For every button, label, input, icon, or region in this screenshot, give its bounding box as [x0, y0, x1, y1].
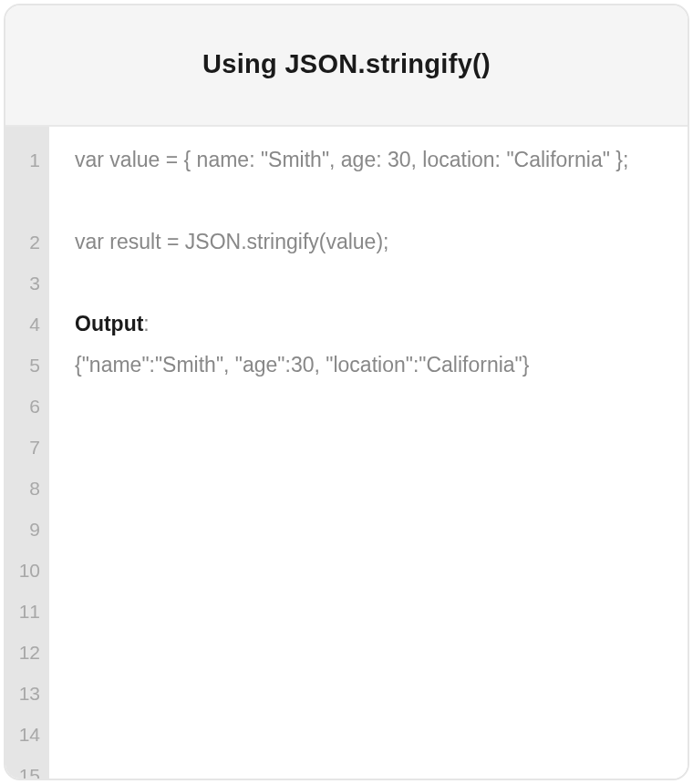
code-line: {"name":"Smith", "age":30, "location":"C… [75, 345, 662, 386]
line-number: 7 [5, 427, 49, 468]
line-number: 8 [5, 468, 49, 509]
line-number: 12 [5, 632, 49, 673]
code-line: var result = JSON.stringify(value); [75, 222, 662, 263]
card-header: Using JSON.stringify() [5, 5, 688, 127]
line-number: 10 [5, 550, 49, 591]
card-body: 1 2 3 4 5 6 7 8 9 10 11 12 13 14 15 var … [5, 127, 688, 779]
code-line [75, 263, 662, 304]
code-area: var value = { name: "Smith", age: 30, lo… [49, 127, 688, 779]
line-number: 14 [5, 714, 49, 755]
line-number: 4 [5, 304, 49, 345]
line-number: 1 [5, 139, 49, 222]
line-number: 9 [5, 509, 49, 550]
line-number-gutter: 1 2 3 4 5 6 7 8 9 10 11 12 13 14 15 [5, 127, 49, 779]
line-number: 11 [5, 591, 49, 632]
code-card: Using JSON.stringify() 1 2 3 4 5 6 7 8 9… [4, 4, 689, 780]
line-number: 5 [5, 345, 49, 386]
line-number: 15 [5, 755, 49, 779]
code-line: var value = { name: "Smith", age: 30, lo… [75, 139, 662, 222]
output-label: Output [75, 312, 143, 335]
code-line: Output: [75, 304, 662, 345]
line-number: 2 [5, 222, 49, 263]
header-title: Using JSON.stringify() [24, 49, 669, 79]
line-number: 13 [5, 673, 49, 714]
output-colon: : [143, 312, 149, 335]
line-number: 3 [5, 263, 49, 304]
line-number: 6 [5, 386, 49, 427]
